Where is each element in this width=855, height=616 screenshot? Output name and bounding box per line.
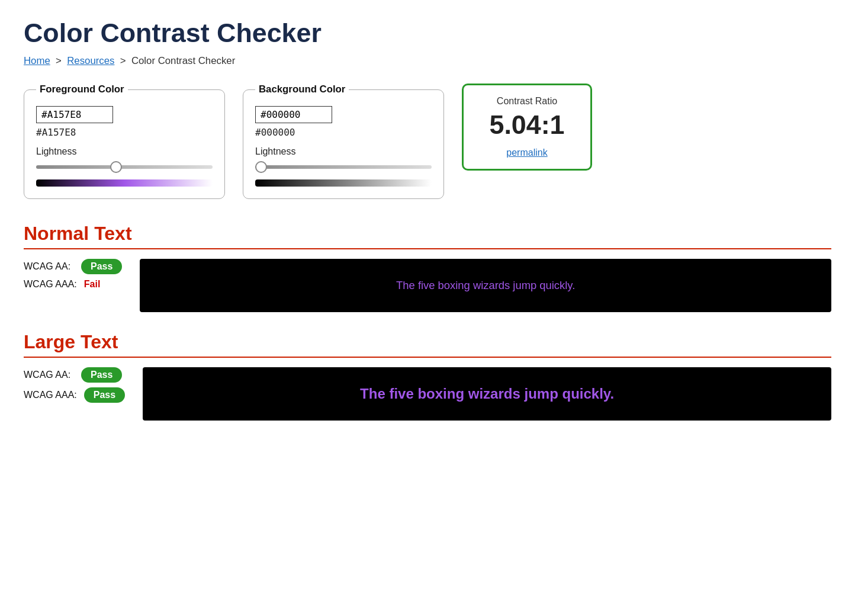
large-text-preview: The five boxing wizards jump quickly. [360,386,614,402]
normal-text-title: Normal Text [24,223,831,245]
background-hex-display: #000000 [255,127,432,138]
background-panel: Background Color #000000 Lightness [243,84,444,199]
foreground-lightness-slider[interactable] [36,162,213,172]
background-gradient-bar [255,179,432,187]
color-panels: Foreground Color #A157E8 Lightness Backg… [24,84,831,199]
foreground-hex-input[interactable] [36,106,113,123]
large-wcag-aa-label: WCAG AA: [24,370,74,380]
normal-text-results: WCAG AA: Pass WCAG AAA: Fail [24,259,122,294]
normal-wcag-aa-label: WCAG AA: [24,261,74,272]
breadcrumb-home[interactable]: Home [24,55,50,66]
large-text-title: Large Text [24,331,831,353]
breadcrumb: Home > Resources > Color Contrast Checke… [24,55,831,67]
background-lightness-label: Lightness [255,146,432,157]
foreground-panel: Foreground Color #A157E8 Lightness [24,84,225,199]
normal-wcag-aa-line: WCAG AA: Pass [24,259,122,274]
breadcrumb-current: Color Contrast Checker [131,55,235,66]
foreground-gradient-bar [36,179,213,187]
background-legend: Background Color [255,84,349,95]
permalink-link[interactable]: permalink [480,147,574,158]
normal-text-preview-box: The five boxing wizards jump quickly. [140,259,831,312]
normal-text-preview: The five boxing wizards jump quickly. [396,279,575,292]
foreground-lightness-label: Lightness [36,146,213,157]
foreground-hex-display: #A157E8 [36,127,213,138]
background-lightness-slider[interactable] [255,162,432,172]
normal-wcag-aaa-label: WCAG AAA: [24,279,77,290]
large-text-results: WCAG AA: Pass WCAG AAA: Pass [24,367,125,408]
normal-text-wcag-row: WCAG AA: Pass WCAG AAA: Fail The five bo… [24,259,831,312]
page-title: Color Contrast Checker [24,18,831,48]
large-wcag-aa-line: WCAG AA: Pass [24,367,125,383]
large-wcag-aaa-label: WCAG AAA: [24,390,77,400]
contrast-ratio-number: 5.04 [489,110,541,139]
large-wcag-aaa-line: WCAG AAA: Pass [24,387,125,403]
large-wcag-aaa-badge: Pass [84,387,125,403]
normal-wcag-aaa-badge: Fail [84,279,101,290]
contrast-ratio-suffix: :1 [541,110,565,139]
large-text-preview-box: The five boxing wizards jump quickly. [143,367,831,421]
large-wcag-aa-badge: Pass [81,367,122,383]
contrast-ratio-box: Contrast Ratio 5.04:1 permalink [462,84,592,171]
normal-text-divider [24,248,831,249]
normal-text-section: Normal Text WCAG AA: Pass WCAG AAA: Fail… [24,223,831,312]
contrast-ratio-label: Contrast Ratio [480,96,574,107]
breadcrumb-resources[interactable]: Resources [67,55,114,66]
foreground-slider-wrapper [36,162,213,175]
normal-wcag-aa-badge: Pass [81,259,122,274]
background-slider-wrapper [255,162,432,175]
large-text-wcag-row: WCAG AA: Pass WCAG AAA: Pass The five bo… [24,367,831,421]
background-hex-input[interactable] [255,106,332,123]
large-text-divider [24,357,831,358]
large-text-section: Large Text WCAG AA: Pass WCAG AAA: Pass … [24,331,831,421]
foreground-legend: Foreground Color [36,84,128,95]
normal-wcag-aaa-line: WCAG AAA: Fail [24,279,122,290]
contrast-ratio-value: 5.04:1 [480,110,574,139]
